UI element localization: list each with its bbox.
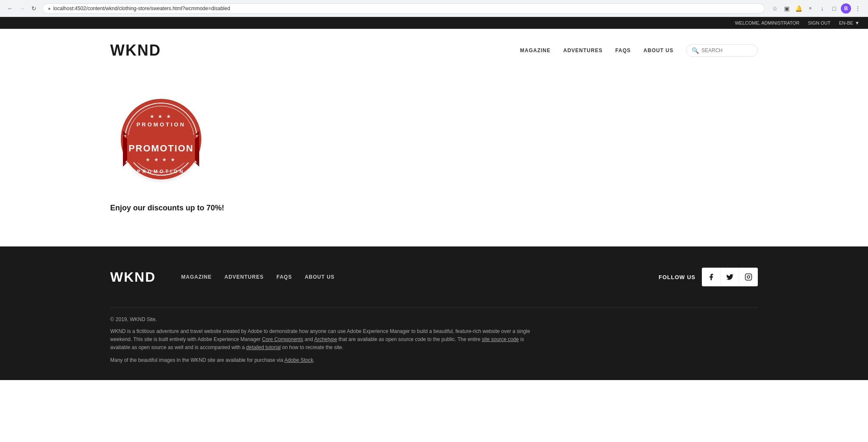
facebook-icon[interactable] — [702, 268, 721, 286]
nav-magazine[interactable]: MAGAZINE — [520, 48, 551, 53]
svg-text:PROMOTION: PROMOTION — [137, 169, 185, 174]
browser-actions: ☆ ▣ 🔔 ⚬ ↓ □ B ⋮ — [770, 3, 863, 14]
footer-desc-text2: that are available as open source code t… — [337, 336, 481, 342]
instagram-icon[interactable] — [739, 268, 758, 286]
svg-point-17 — [747, 276, 750, 278]
chevron-down-icon: ▼ — [855, 20, 860, 25]
nav-adventures[interactable]: ADVENTURES — [563, 48, 603, 53]
welcome-text: WELCOME, ADMINISTRATOR — [735, 20, 799, 25]
promo-text: Enjoy our discounts up to 70%! — [110, 204, 224, 213]
footer-top: WKND MAGAZINE ADVENTURES FAQS ABOUT US F… — [110, 268, 758, 299]
language-text: EN-BE — [839, 20, 853, 25]
svg-text:PROMOTION: PROMOTION — [128, 143, 194, 154]
forward-button[interactable]: → — [17, 3, 27, 14]
svg-point-18 — [750, 275, 751, 276]
core-components-link[interactable]: Core Components — [262, 336, 303, 342]
tutorial-link[interactable]: detailed tutorial — [246, 344, 281, 350]
browser-nav-buttons: ← → ↻ — [5, 3, 39, 14]
profile-button[interactable]: B — [841, 3, 851, 14]
promotion-svg: ★ ★ ★ PROMOTION PROMOTION ★ ★ ★ ★ PROMOT… — [110, 89, 212, 191]
footer-images-text: Many of the beautiful images in the WKND… — [110, 357, 758, 363]
adobe-stock-link[interactable]: Adobe Stock — [284, 357, 313, 363]
copyright-symbol: © — [110, 316, 114, 322]
search-box[interactable]: 🔍 — [686, 44, 758, 57]
footer-desc-text4: on how to recreate the site. — [281, 344, 343, 350]
nav-faqs[interactable]: FAQS — [615, 48, 631, 53]
nav-about-us[interactable]: ABOUT US — [643, 48, 673, 53]
search-input[interactable] — [701, 48, 752, 53]
top-bar: WELCOME, ADMINISTRATOR SIGN OUT EN-BE ▼ — [0, 17, 868, 29]
footer-nav-faqs[interactable]: FAQS — [276, 274, 292, 280]
images-text: Many of the beautiful images in the WKND… — [110, 357, 284, 363]
site-logo[interactable]: WKND — [110, 42, 161, 59]
svg-text:PROMOTION: PROMOTION — [136, 121, 186, 128]
footer-follow: FOLLOW US — [659, 268, 758, 286]
site-footer: WKND MAGAZINE ADVENTURES FAQS ABOUT US F… — [0, 246, 868, 380]
notification-icon[interactable]: 🔔 — [793, 3, 804, 14]
twitter-icon[interactable] — [721, 268, 739, 286]
footer-copyright: © 2019, WKND Site. — [110, 316, 758, 322]
images-period: . — [313, 357, 314, 363]
fullscreen-icon[interactable]: □ — [829, 3, 839, 14]
main-content: ★ ★ ★ PROMOTION PROMOTION ★ ★ ★ ★ PROMOT… — [0, 72, 868, 246]
back-button[interactable]: ← — [5, 3, 15, 14]
footer-navigation: MAGAZINE ADVENTURES FAQS ABOUT US — [181, 274, 633, 280]
bookmark-icon[interactable]: ☆ — [770, 3, 780, 14]
footer-logo: WKND — [110, 269, 156, 285]
browser-chrome: ← → ↻ ● localhost:4502/content/wknd/clot… — [0, 0, 868, 17]
footer-divider — [110, 308, 758, 308]
site-source-link[interactable]: site source code — [482, 336, 519, 342]
svg-text:★ ★ ★: ★ ★ ★ — [150, 114, 172, 119]
extensions-icon[interactable]: ⚬ — [805, 3, 815, 14]
archetype-link[interactable]: Archetype — [314, 336, 337, 342]
reload-button[interactable]: ↻ — [29, 3, 39, 14]
footer-nav-about-us[interactable]: ABOUT US — [305, 274, 335, 280]
footer-desc-and: and — [303, 336, 314, 342]
footer-nav-adventures[interactable]: ADVENTURES — [225, 274, 264, 280]
copyright-text: 2019, WKND Site. — [116, 316, 157, 322]
download-icon[interactable]: ↓ — [817, 3, 827, 14]
menu-icon[interactable]: ⋮ — [853, 3, 863, 14]
url-text: localhost:4502/content/wknd/clothing-sto… — [53, 6, 230, 11]
follow-label: FOLLOW US — [659, 274, 696, 280]
site-header: WKND MAGAZINE ADVENTURES FAQS ABOUT US 🔍 — [0, 29, 868, 72]
sign-out-link[interactable]: SIGN OUT — [808, 20, 830, 25]
search-icon: 🔍 — [692, 47, 699, 54]
lock-icon: ● — [48, 6, 51, 11]
address-bar[interactable]: ● localhost:4502/content/wknd/clothing-s… — [42, 3, 765, 14]
svg-marker-11 — [123, 162, 127, 167]
footer-nav-magazine[interactable]: MAGAZINE — [181, 274, 212, 280]
main-navigation: MAGAZINE ADVENTURES FAQS ABOUT US 🔍 — [520, 44, 758, 57]
svg-rect-16 — [746, 274, 752, 280]
footer-description: WKND is a fictitious adventure and trave… — [110, 327, 534, 352]
social-icons — [702, 268, 758, 286]
screenshot-icon[interactable]: ▣ — [782, 3, 792, 14]
language-selector[interactable]: EN-BE ▼ — [839, 20, 860, 25]
promotion-badge: ★ ★ ★ PROMOTION PROMOTION ★ ★ ★ ★ PROMOT… — [110, 89, 212, 191]
promotion-container: ★ ★ ★ PROMOTION PROMOTION ★ ★ ★ ★ PROMOT… — [110, 89, 758, 213]
svg-text:★ ★ ★ ★: ★ ★ ★ ★ — [146, 157, 176, 162]
svg-marker-12 — [195, 162, 199, 167]
